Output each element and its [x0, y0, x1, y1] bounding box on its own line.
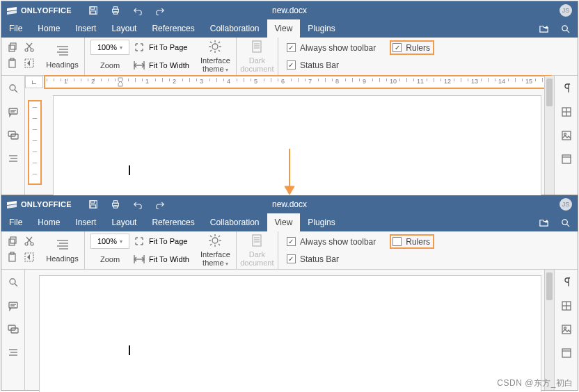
svg-line-32 [210, 50, 212, 51]
fit-to-width-button[interactable]: Fit To Width [134, 252, 189, 267]
always-show-toolbar-checkbox[interactable]: ✓Always show toolbar [287, 234, 376, 249]
menu-insert[interactable]: Insert [68, 19, 104, 38]
copy-icon[interactable] [7, 236, 18, 247]
header-panel-icon[interactable] [561, 348, 572, 359]
cut-icon[interactable] [24, 42, 35, 53]
menu-view[interactable]: View [267, 213, 301, 231]
zoom-combo[interactable]: 100%▾ [90, 234, 129, 249]
print-icon[interactable] [111, 6, 120, 15]
paragraph-icon[interactable] [561, 83, 572, 94]
svg-line-85 [219, 244, 220, 245]
select-all-icon[interactable] [24, 252, 35, 263]
save-icon[interactable] [88, 199, 98, 209]
vertical-scrollbar[interactable] [544, 76, 554, 195]
paste-icon[interactable] [7, 252, 18, 263]
menu-home[interactable]: Home [30, 19, 68, 38]
svg-line-93 [15, 284, 17, 286]
paragraph-icon[interactable] [561, 277, 572, 288]
headings-pane-icon[interactable] [8, 154, 19, 165]
zoom-value: 100% [97, 237, 117, 245]
menu-file[interactable]: File [1, 213, 30, 231]
menu-insert[interactable]: Insert [68, 213, 104, 231]
user-avatar[interactable]: JS [560, 198, 572, 211]
rulers-checkbox[interactable]: Rulers [390, 234, 434, 249]
svg-line-29 [210, 42, 212, 43]
comments-icon[interactable] [8, 106, 19, 117]
svg-point-51 [564, 133, 566, 136]
save-icon[interactable] [88, 6, 98, 15]
status-bar-checkbox[interactable]: ✓Status Bar [287, 252, 376, 266]
zoom-combo[interactable]: 100%▾ [90, 40, 129, 55]
document-page[interactable] [39, 275, 541, 392]
menu-collaboration[interactable]: Collaboration [203, 19, 267, 38]
svg-point-65 [25, 243, 28, 245]
paste-icon[interactable] [7, 58, 18, 69]
search-icon[interactable] [8, 83, 19, 94]
horizontal-ruler[interactable]: 2112345678910111213141516 [45, 76, 551, 88]
undo-icon[interactable] [133, 199, 143, 209]
vertical-ruler[interactable] [29, 101, 41, 184]
svg-line-31 [219, 42, 220, 43]
headings-icon[interactable] [56, 44, 70, 58]
svg-rect-60 [113, 206, 117, 209]
image-panel-icon[interactable] [561, 324, 572, 335]
chevron-down-icon: ▾ [120, 238, 122, 245]
menu-plugins[interactable]: Plugins [300, 213, 342, 231]
open-location-icon[interactable] [539, 24, 549, 34]
search-icon[interactable] [8, 277, 19, 288]
menu-references[interactable]: References [144, 213, 202, 231]
search-icon[interactable] [560, 24, 571, 34]
undo-icon[interactable] [133, 6, 143, 15]
scroll-thumb[interactable] [546, 79, 553, 106]
fit-to-page-button[interactable]: Fit To Page [134, 40, 187, 55]
svg-line-38 [15, 90, 17, 92]
svg-rect-59 [113, 201, 117, 204]
comments-icon[interactable] [8, 300, 19, 311]
chat-icon[interactable] [8, 324, 19, 335]
chat-icon[interactable] [8, 130, 19, 141]
menu-home[interactable]: Home [30, 213, 68, 231]
interface-theme-icon[interactable] [208, 40, 222, 54]
fit-to-page-button[interactable]: Fit To Page [134, 234, 187, 249]
menu-references[interactable]: References [144, 19, 202, 38]
menu-view[interactable]: View [267, 19, 301, 38]
print-icon[interactable] [111, 199, 120, 209]
copy-icon[interactable] [7, 42, 18, 53]
select-all-icon[interactable] [24, 58, 35, 69]
vertical-scrollbar[interactable] [544, 270, 554, 390]
scroll-thumb[interactable] [546, 272, 553, 300]
table-panel-icon[interactable] [561, 300, 572, 311]
svg-rect-1 [90, 7, 94, 10]
menu-plugins[interactable]: Plugins [300, 19, 342, 38]
redo-icon[interactable] [155, 6, 165, 15]
ruler-corner[interactable]: ∟ [25, 76, 43, 88]
open-location-icon[interactable] [539, 218, 549, 228]
interface-theme-icon[interactable] [208, 234, 222, 247]
image-panel-icon[interactable] [561, 130, 572, 141]
table-panel-icon[interactable] [561, 106, 572, 117]
status-bar-checkbox[interactable]: ✓Status Bar [287, 58, 376, 72]
menu-layout[interactable]: Layout [104, 213, 144, 231]
app-name: ONLYOFFICE [21, 200, 72, 209]
svg-line-84 [210, 236, 212, 237]
menu-layout[interactable]: Layout [104, 19, 144, 38]
always-show-toolbar-checkbox[interactable]: ✓Always show toolbar [287, 40, 376, 55]
fit-page-label: Fit To Page [149, 43, 187, 51]
svg-rect-5 [113, 12, 117, 15]
menu-file[interactable]: File [1, 19, 30, 38]
fit-to-width-button[interactable]: Fit To Width [134, 58, 189, 73]
headings-icon[interactable] [56, 238, 70, 252]
redo-icon[interactable] [155, 199, 165, 209]
annotation-arrow-icon [283, 147, 296, 199]
rulers-checkbox[interactable]: ✓Rulers [390, 40, 434, 55]
cut-icon[interactable] [24, 236, 35, 247]
fit-page-label: Fit To Page [149, 237, 187, 245]
headings-pane-icon[interactable] [8, 348, 19, 359]
header-panel-icon[interactable] [561, 154, 572, 165]
svg-rect-2 [90, 11, 95, 14]
user-avatar[interactable]: JS [560, 4, 572, 17]
search-icon[interactable] [560, 218, 571, 228]
svg-line-13 [26, 43, 31, 49]
menu-collaboration[interactable]: Collaboration [203, 213, 267, 231]
document-title: new.docx [272, 199, 307, 209]
